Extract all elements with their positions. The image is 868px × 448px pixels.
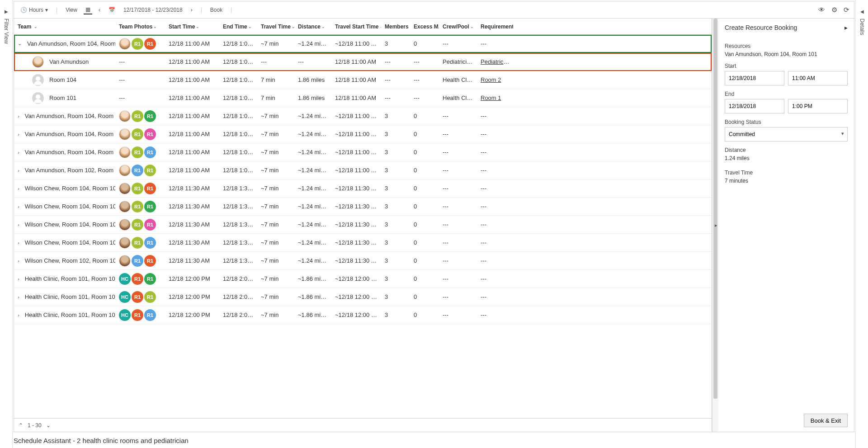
cell-members: 3 <box>381 311 410 318</box>
cell-requirement: --- <box>477 275 513 282</box>
cell-distance: ~1.24 miles <box>294 149 331 156</box>
cell-crew: --- <box>439 113 477 119</box>
cell-end: 12/18 2:00 PM <box>219 311 257 318</box>
pager-up-icon[interactable]: ⌃ <box>19 422 23 429</box>
cell-travel: ~7 min <box>257 203 294 210</box>
col-members[interactable]: Members⌄ <box>381 24 410 30</box>
cell-members: 3 <box>381 113 410 119</box>
table-row[interactable]: ›Van Amundson, Room 102, Room 104R1R112/… <box>14 161 712 179</box>
distance-value: 1.24 miles <box>725 155 848 161</box>
expand-icon[interactable]: › <box>18 168 19 173</box>
col-requirement[interactable]: Requirement⌄ <box>477 24 513 30</box>
expand-icon[interactable]: › <box>18 204 19 209</box>
table-row[interactable]: ›Wilson Chew, Room 104, Room 103R1R112/1… <box>14 198 712 216</box>
table-row[interactable]: ›Wilson Chew, Room 102, Room 101R1R112/1… <box>14 252 712 270</box>
collapse-icon[interactable]: ⌄ <box>18 41 22 47</box>
gear-icon[interactable]: ⚙ <box>831 6 837 14</box>
list-view-button[interactable]: ▦ <box>84 5 92 14</box>
table-row[interactable]: ›Health Clinic, Room 101, Room 102HCR1R1… <box>14 306 712 324</box>
dropdown-icon: ▾ <box>45 7 48 13</box>
collapse-icon[interactable]: ▸ <box>844 24 848 31</box>
refresh-icon[interactable]: ⟳ <box>844 6 849 14</box>
table-row[interactable]: ›Wilson Chew, Room 104, Room 105R1R112/1… <box>14 216 712 234</box>
resources-value: Van Amundson, Room 104, Room 101 <box>725 51 848 57</box>
expand-icon[interactable]: › <box>18 276 19 282</box>
expand-icon[interactable]: › <box>18 294 19 300</box>
expand-icon[interactable]: › <box>18 312 19 318</box>
team-photos: R1R1 <box>115 201 165 212</box>
table-row[interactable]: ›Wilson Chew, Room 104, Room 102R1R112/1… <box>14 234 712 252</box>
right-rail-label[interactable]: Details <box>859 19 865 35</box>
cell-distance: --- <box>294 58 331 65</box>
cell-travel-start: ~12/18 11:00 AM <box>331 149 381 156</box>
left-rail-label[interactable]: Filter View <box>3 19 9 44</box>
pager-down-icon[interactable]: ⌄ <box>46 422 51 429</box>
table-row[interactable]: Room 104---12/18 11:00 AM12/18 1:00 PM7 … <box>14 71 712 89</box>
expand-icon[interactable]: › <box>18 240 19 245</box>
end-time-input[interactable] <box>788 99 848 113</box>
expand-icon[interactable]: › <box>18 258 19 264</box>
visibility-icon[interactable]: 👁 <box>818 6 825 14</box>
cell-crew: Health Clinic <box>439 94 477 101</box>
col-travel-start[interactable]: Travel Start Time⌄ <box>331 24 381 30</box>
expand-icon[interactable]: › <box>18 222 19 227</box>
team-photos: R1R1 <box>115 237 165 249</box>
cell-crew: --- <box>439 185 477 192</box>
avatar-photo <box>119 38 131 50</box>
table-row[interactable]: ›Health Clinic, Room 101, Room 103HCR1R1… <box>14 270 712 288</box>
table-row[interactable]: Room 101---12/18 11:00 AM12/18 1:00 PM7 … <box>14 89 712 107</box>
table-row[interactable]: ›Van Amundson, Room 104, Room 105R1R112/… <box>14 125 712 143</box>
left-rail-arrow-icon[interactable]: ▶ <box>5 9 8 14</box>
table-row[interactable]: ›Health Clinic, Room 101, Room 104HCR1R1… <box>14 288 712 306</box>
cell-distance: ~1.24 miles <box>294 40 331 47</box>
requirement-link[interactable]: Pediatrician <box>481 58 511 65</box>
table-row[interactable]: ›Van Amundson, Room 104, Room 102R1R112/… <box>14 143 712 161</box>
cell-distance: 1.86 miles <box>294 94 331 101</box>
distance-label: Distance <box>725 147 848 153</box>
table-row[interactable]: ›Van Amundson, Room 104, Room 103R1R112/… <box>14 107 712 125</box>
prev-week-button[interactable]: ‹ <box>97 6 102 14</box>
right-rail-arrow-icon[interactable]: ◀ <box>860 9 864 14</box>
cell-distance: ~1.24 miles <box>294 221 331 228</box>
status-select[interactable] <box>725 127 848 141</box>
expand-icon[interactable]: › <box>18 132 19 137</box>
start-date-input[interactable] <box>725 71 784 85</box>
calendar-button[interactable]: 📅 <box>107 6 117 14</box>
side-handle-left-icon[interactable]: ▸ <box>715 222 717 228</box>
col-crew[interactable]: Crew/Pool⌄ <box>439 24 477 30</box>
expand-icon[interactable]: › <box>18 186 19 191</box>
cell-excess: 0 <box>410 113 439 119</box>
table-row[interactable]: ⌄Van Amundson, Room 104, Room 101R1R112/… <box>14 35 712 53</box>
cell-requirement: --- <box>477 257 513 264</box>
team-name: Room 104 <box>49 76 76 83</box>
next-week-button[interactable]: › <box>189 6 194 14</box>
cell-crew: --- <box>439 257 477 264</box>
col-travel[interactable]: Travel Time⌄ <box>257 24 294 30</box>
room-badge: R1 <box>144 273 156 285</box>
table-row[interactable]: Van Amundson---12/18 11:00 AM12/18 1:00 … <box>14 53 712 71</box>
end-date-input[interactable] <box>725 99 784 113</box>
col-team[interactable]: Team⌄ <box>14 24 115 30</box>
col-start[interactable]: Start Time⌄ <box>165 24 219 30</box>
requirement-link[interactable]: Room 2 <box>481 76 501 83</box>
book-button[interactable]: Book <box>208 6 224 14</box>
hours-dropdown[interactable]: 🕓 Hours ▾ <box>19 6 50 14</box>
grid-body[interactable]: ⌄Van Amundson, Room 104, Room 101R1R112/… <box>14 35 712 418</box>
book-exit-button[interactable]: Book & Exit <box>804 414 848 427</box>
col-distance[interactable]: Distance⌄ <box>294 24 331 30</box>
requirement-link[interactable]: Room 1 <box>481 94 501 101</box>
team-name: Van Amundson, Room 104, Room 102 <box>25 149 115 156</box>
col-photos[interactable]: Team Photos⌄ <box>115 24 165 30</box>
cell-requirement: --- <box>477 167 513 174</box>
start-time-input[interactable] <box>788 71 848 85</box>
cell-end: 12/18 1:30 PM <box>219 239 257 246</box>
date-range[interactable]: 12/17/2018 - 12/23/2018 <box>122 6 184 14</box>
avatar-photo <box>119 128 131 140</box>
expand-icon[interactable]: › <box>18 150 19 155</box>
expand-icon[interactable]: › <box>18 113 19 119</box>
col-end[interactable]: End Time⌄ <box>219 24 257 30</box>
scrollbar-thumb[interactable] <box>713 19 717 399</box>
table-row[interactable]: ›Wilson Chew, Room 104, Room 101R1R112/1… <box>14 179 712 198</box>
cell-start: 12/18 11:00 AM <box>165 167 219 174</box>
col-excess[interactable]: Excess M...⌄ <box>410 24 439 30</box>
